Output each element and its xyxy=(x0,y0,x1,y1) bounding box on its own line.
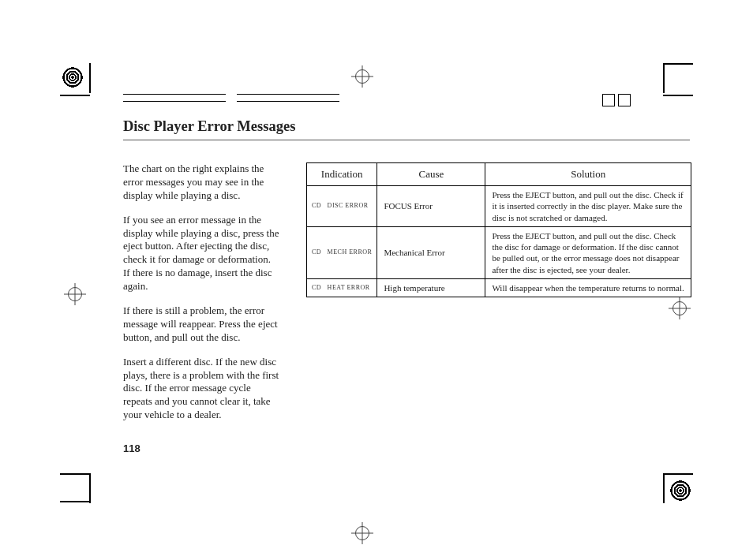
crop-line xyxy=(60,473,90,475)
crop-line xyxy=(89,473,91,503)
crop-line xyxy=(60,95,90,96)
paragraph: If you see an error message in the displ… xyxy=(123,214,279,293)
cell-solution: Press the EJECT button, and pull out the… xyxy=(485,226,691,278)
registration-crosshair-top xyxy=(355,69,369,84)
cell-solution: Press the EJECT button, and pull out the… xyxy=(485,186,691,227)
paragraph: If there is still a problem, the error m… xyxy=(123,304,279,345)
page-content: Disc Player Error Messages The chart on … xyxy=(123,118,691,433)
crop-line xyxy=(89,63,91,93)
title-rule xyxy=(123,140,690,140)
table-row: CD DISC ERROR FOCUS Error Press the EJEC… xyxy=(307,186,691,227)
cell-cause: FOCUS Error xyxy=(377,186,485,227)
crop-box xyxy=(618,94,631,106)
page-title: Disc Player Error Messages xyxy=(123,118,691,135)
col-header-indication: Indication xyxy=(307,163,377,186)
cell-indication: CD MECH ERROR xyxy=(307,226,377,278)
cell-cause: High temperature xyxy=(377,279,485,297)
stack-rect xyxy=(123,101,226,102)
registration-crosshair-bottom xyxy=(355,526,369,540)
page-number: 118 xyxy=(123,442,140,454)
stack-rect xyxy=(237,101,339,102)
cell-indication: CD HEAT ERROR xyxy=(307,279,377,297)
table-row: CD HEAT ERROR High temperature Will disa… xyxy=(307,279,691,297)
col-header-solution: Solution xyxy=(485,163,691,186)
crop-line xyxy=(60,501,90,502)
registration-crosshair-left xyxy=(68,287,82,301)
cell-indication: CD DISC ERROR xyxy=(307,186,377,227)
cell-solution: Will disappear when the temperature retu… xyxy=(485,279,691,297)
crop-line xyxy=(663,473,693,475)
stack-rect xyxy=(237,94,339,95)
registration-bullseye-bottom-right xyxy=(669,480,691,502)
crop-line xyxy=(663,63,693,65)
body-text: The chart on the right explains the erro… xyxy=(123,162,279,433)
cell-cause: Mechanical Error xyxy=(377,226,485,278)
error-table: Indication Cause Solution CD DISC ERROR … xyxy=(306,162,691,297)
crop-line xyxy=(663,63,665,93)
table-row: CD MECH ERROR Mechanical Error Press the… xyxy=(307,226,691,278)
crop-line xyxy=(663,95,693,96)
table-header-row: Indication Cause Solution xyxy=(307,163,691,186)
crop-line xyxy=(663,473,665,503)
crop-box xyxy=(602,94,615,106)
col-header-cause: Cause xyxy=(377,163,485,186)
stack-rect xyxy=(123,94,226,95)
registration-bullseye-top-left xyxy=(62,66,84,88)
paragraph: The chart on the right explains the erro… xyxy=(123,162,279,203)
paragraph: Insert a different disc. If the new disc… xyxy=(123,356,279,422)
